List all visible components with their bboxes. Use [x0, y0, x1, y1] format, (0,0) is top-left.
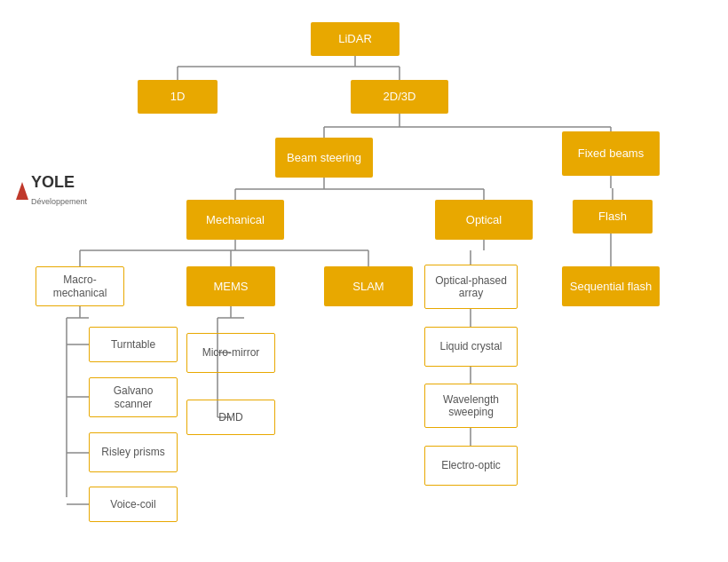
- sequential-flash-node: Sequential flash: [562, 266, 660, 306]
- voice-coil-node: Voice-coil: [89, 487, 178, 522]
- dmd-node: DMD: [186, 400, 275, 435]
- mechanical-node: Mechanical: [186, 200, 284, 240]
- logo: YOLE Développement: [16, 173, 87, 208]
- galvano-scanner-node: Galvano scanner: [89, 377, 178, 417]
- fixed-beams-node: Fixed beams: [562, 131, 660, 176]
- risley-prisms-node: Risley prisms: [89, 432, 178, 472]
- electro-optic-node: Electro-optic: [424, 446, 518, 486]
- logo-brand: YOLE: [31, 173, 75, 191]
- beam-steering-node: Beam steering: [275, 138, 373, 178]
- 1d-node: 1D: [138, 80, 218, 114]
- micro-mirror-node: Micro-mirror: [186, 333, 275, 373]
- optical-node: Optical: [435, 200, 533, 240]
- diagram: LiDAR 1D 2D/3D Beam steering Fixed beams…: [0, 0, 728, 562]
- optical-phased-node: Optical-phased array: [424, 265, 518, 309]
- wavelength-sweeping-node: Wavelength sweeping: [424, 384, 518, 428]
- turntable-node: Turntable: [89, 327, 178, 362]
- liquid-crystal-node: Liquid crystal: [424, 327, 518, 367]
- mems-node: MEMS: [186, 266, 275, 306]
- macro-mechanical-node: Macro-mechanical: [36, 266, 124, 306]
- lidar-node: LiDAR: [311, 22, 400, 56]
- 2d3d-node: 2D/3D: [351, 80, 448, 114]
- logo-sub: Développement: [31, 197, 87, 206]
- slam-node: SLAM: [324, 266, 413, 306]
- flash-node: Flash: [573, 200, 653, 234]
